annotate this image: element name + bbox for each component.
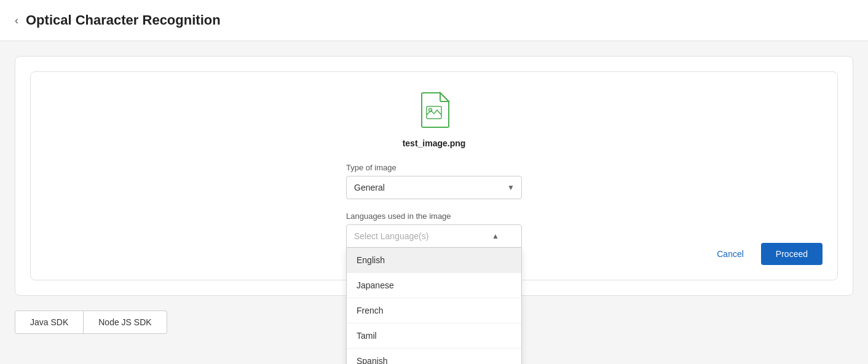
language-option-english[interactable]: English <box>347 248 521 273</box>
proceed-button[interactable]: Proceed <box>761 243 823 265</box>
type-of-image-select[interactable]: General <box>346 176 522 199</box>
language-option-tamil[interactable]: Tamil <box>347 323 521 349</box>
type-of-image-group: Type of image General ▼ <box>346 163 522 199</box>
page-header: ‹ Optical Character Recognition <box>0 0 868 41</box>
file-image-icon <box>418 92 450 129</box>
languages-group: Languages used in the image Select Langu… <box>346 212 522 248</box>
action-buttons: Cancel Proceed <box>707 243 823 265</box>
languages-label: Languages used in the image <box>346 212 522 221</box>
page-title: Optical Character Recognition <box>26 12 221 28</box>
language-select-wrapper[interactable]: Select Language(s) ▲ English Japanese Fr… <box>346 224 522 248</box>
type-of-image-label: Type of image <box>346 163 522 172</box>
language-option-spanish[interactable]: Spanish <box>347 349 521 364</box>
cancel-button[interactable]: Cancel <box>707 243 754 265</box>
language-dropdown-list: English Japanese French Tamil Spanish Po… <box>346 248 522 364</box>
language-select-box[interactable]: Select Language(s) ▲ <box>346 224 522 248</box>
type-of-image-select-wrapper: General ▼ <box>346 176 522 199</box>
back-icon[interactable]: ‹ <box>15 14 18 27</box>
language-option-japanese[interactable]: Japanese <box>347 273 521 298</box>
language-arrow-icon: ▲ <box>492 232 499 240</box>
tab-nodejs-sdk[interactable]: Node JS SDK <box>84 311 167 334</box>
language-placeholder: Select Language(s) <box>354 231 428 241</box>
language-option-french[interactable]: French <box>347 298 521 323</box>
file-name: test_image.png <box>403 138 466 148</box>
tab-java-sdk[interactable]: Java SDK <box>15 311 84 334</box>
file-icon-wrapper <box>418 92 450 131</box>
inner-card: test_image.png Type of image General ▼ L… <box>30 71 838 280</box>
outer-card: test_image.png Type of image General ▼ L… <box>15 56 853 296</box>
